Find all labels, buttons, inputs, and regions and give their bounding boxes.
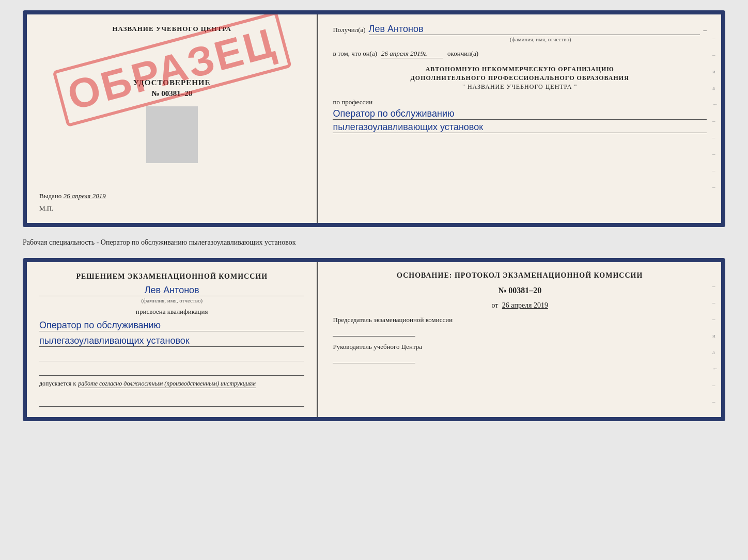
org-block: АВТОНОМНУЮ НЕКОММЕРЧЕСКУЮ ОРГАНИЗАЦИЮ ДО…	[333, 66, 707, 91]
admission-value: работе согласно должностным (производств…	[78, 380, 256, 388]
completed-row: в том, что он(а) 26 апреля 2019г. окончи…	[333, 50, 707, 58]
issued-line: Выдано 26 апреля 2019	[39, 192, 106, 200]
received-name: Лев Антонов	[369, 24, 700, 35]
basis-date: от 26 апреля 2019	[333, 301, 707, 310]
received-line: Получил(а) Лев Антонов – (фамилия, имя, …	[333, 24, 707, 42]
director-block: Руководитель учебного Центра	[333, 343, 707, 363]
cert-label: УДОСТОВЕРЕНИЕ	[133, 78, 211, 87]
bottom-right-side-marks: – – – и а ← – – – –	[712, 283, 718, 421]
org-line3: " НАЗВАНИЕ УЧЕБНОГО ЦЕНТРА "	[462, 83, 577, 91]
qual-value2: пылегазоулавливающих установок	[39, 335, 304, 347]
completed-date: 26 апреля 2019г.	[381, 50, 443, 58]
received-row: Получил(а) Лев Антонов –	[333, 24, 707, 35]
bottom-right-panel: Основание: протокол экзаменационной коми…	[318, 262, 721, 417]
top-right-panel: Получил(а) Лев Антонов – (фамилия, имя, …	[318, 14, 721, 223]
profession-value2: пылегазоулавливающих установок	[333, 122, 707, 133]
bottom-document-card: Решением экзаменационной комиссии Лев Ан…	[23, 258, 725, 421]
issued-label: Выдано	[39, 192, 61, 200]
profession-value1: Оператор по обслуживанию	[333, 108, 707, 120]
person-block: Лев Антонов (фамилия, имя, отчество)	[39, 285, 304, 303]
chairman-signature-line	[333, 326, 415, 337]
top-right-side-marks: – – и а ← – – – – –	[712, 35, 718, 190]
completed-suffix: окончил(а)	[447, 50, 478, 58]
photo-placeholder	[146, 106, 198, 163]
qual-value1: Оператор по обслуживанию	[39, 320, 304, 331]
cert-number: № 00381–20	[151, 89, 192, 98]
fio-subtitle-bottom: (фамилия, имя, отчество)	[141, 297, 202, 303]
blank-line-2	[39, 365, 304, 376]
org-line1: АВТОНОМНУЮ НЕКОММЕРЧЕСКУЮ ОРГАНИЗАЦИЮ	[426, 66, 614, 73]
middle-text: Рабочая специальность - Оператор по обсл…	[23, 235, 725, 250]
issued-date: 26 апреля 2019	[64, 192, 106, 200]
received-dash: –	[703, 26, 707, 34]
completed-label: в том, что он(а)	[333, 50, 377, 58]
commission-title: Решением экзаменационной комиссии	[39, 273, 304, 281]
org-name-left: НАЗВАНИЕ УЧЕБНОГО ЦЕНТРА	[112, 25, 231, 33]
fio-subtitle: (фамилия, имя, отчество)	[374, 36, 707, 42]
mp-label: М.П.	[39, 204, 53, 213]
person-name: Лев Антонов	[39, 285, 304, 296]
bottom-left-panel: Решением экзаменационной комиссии Лев Ан…	[27, 262, 318, 417]
chairman-block: Председатель экзаменационной комиссии	[333, 316, 707, 337]
received-label: Получил(а)	[333, 26, 365, 34]
profession-label: по профессии	[333, 98, 707, 106]
chairman-label: Председатель экзаменационной комиссии	[333, 316, 707, 324]
org-line2: ДОПОЛНИТЕЛЬНОГО ПРОФЕССИОНАЛЬНОГО ОБРАЗО…	[411, 74, 629, 82]
qualification-label: присвоена квалификация	[39, 308, 304, 316]
basis-date-label: от	[491, 301, 498, 309]
top-left-panel: НАЗВАНИЕ УЧЕБНОГО ЦЕНТРА ОБРАЗЕЦ УДОСТОВ…	[27, 14, 318, 223]
blank-line-1	[39, 351, 304, 361]
basis-date-value: 26 апреля 2019	[502, 301, 548, 309]
basis-number: № 00381–20	[333, 286, 707, 295]
admission-row: допускается к работе согласно должностны…	[39, 380, 304, 388]
admission-label: допускается к	[39, 380, 76, 388]
basis-title: Основание: протокол экзаменационной коми…	[333, 271, 707, 280]
profession-block: по профессии Оператор по обслуживанию пы…	[333, 98, 707, 133]
page-wrapper: НАЗВАНИЕ УЧЕБНОГО ЦЕНТРА ОБРАЗЕЦ УДОСТОВ…	[23, 10, 725, 421]
blank-line-3	[39, 396, 304, 407]
director-signature-line	[333, 353, 415, 363]
top-document-card: НАЗВАНИЕ УЧЕБНОГО ЦЕНТРА ОБРАЗЕЦ УДОСТОВ…	[23, 10, 725, 227]
director-label: Руководитель учебного Центра	[333, 343, 707, 351]
